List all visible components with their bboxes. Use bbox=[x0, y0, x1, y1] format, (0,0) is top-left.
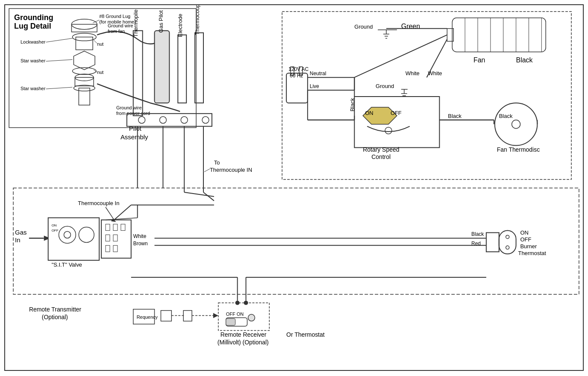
remote-transmitter-label: Remote Transmitter bbox=[29, 306, 82, 313]
svg-line-63 bbox=[204, 169, 210, 172]
ac-label: 120V AC bbox=[288, 66, 309, 72]
off-switch-label: OFF ON bbox=[226, 311, 244, 317]
black-rsc-label: Black bbox=[448, 113, 462, 119]
svg-rect-51 bbox=[155, 31, 170, 103]
ground-wire-power-label: Ground wire bbox=[116, 105, 142, 110]
wiring-diagram: Grounding Lug Detail #8 Ground Lug (for … bbox=[5, 5, 583, 370]
svg-point-105 bbox=[244, 301, 248, 305]
svg-marker-102 bbox=[213, 313, 218, 318]
fan-thermodisc-label: Fan Thermodisc bbox=[497, 146, 540, 153]
svg-point-46 bbox=[495, 103, 538, 146]
grounding-lug-title: Grounding bbox=[14, 13, 53, 22]
white-label: White bbox=[406, 70, 420, 76]
nut-label1: nut bbox=[97, 41, 103, 47]
fan-label: Fan bbox=[473, 56, 485, 64]
valve-on: ON bbox=[52, 223, 57, 227]
neutral-label: Neutral bbox=[310, 70, 326, 76]
ground-wire-fan-label: Ground wire bbox=[108, 23, 133, 28]
red-burner-label: Red bbox=[471, 241, 481, 247]
sit-valve-label: "S.I.T" Valve bbox=[52, 261, 82, 268]
thermocouple-label: Thermocouple bbox=[194, 5, 200, 35]
nut-label2: nut bbox=[97, 70, 103, 75]
svg-point-58 bbox=[202, 117, 209, 123]
thermostat-label: Thermostat bbox=[518, 250, 547, 256]
brown-wire-label: Brown bbox=[133, 241, 148, 247]
svg-rect-43 bbox=[354, 97, 439, 147]
star-washer1-label: Star washer bbox=[21, 58, 46, 63]
pilot-assembly-label: Pilot bbox=[129, 125, 142, 132]
grounding-lug-title2: Lug Detail bbox=[14, 22, 51, 30]
white-wire-label: White bbox=[133, 233, 147, 239]
svg-rect-17 bbox=[282, 12, 571, 179]
star-washer2-label: Star washer bbox=[21, 86, 46, 91]
ground-top-label: Ground bbox=[354, 24, 373, 30]
off-burner-label: OFF bbox=[520, 236, 532, 243]
svg-rect-100 bbox=[183, 311, 192, 321]
to-thermocouple-label2: Thermocouple IN bbox=[210, 167, 252, 173]
burner-label: Burner bbox=[520, 243, 537, 250]
hz-label: 60 Hz bbox=[290, 73, 303, 79]
main-diagram-container: Grounding Lug Detail #8 Ground Lug (for … bbox=[4, 4, 584, 371]
ground-lug-label: #8 Ground Lug bbox=[99, 14, 130, 19]
off-label: OFF bbox=[391, 110, 402, 116]
black-fan-label: Black bbox=[516, 56, 533, 64]
black-thermo-label: Black bbox=[499, 113, 513, 119]
ground-mid-label: Ground bbox=[376, 83, 394, 89]
white-fan-label: White bbox=[428, 70, 442, 76]
ground-wire-fan-label2: from fan bbox=[108, 29, 125, 34]
gas-in-label: Gas bbox=[15, 229, 26, 236]
valve-off: OFF bbox=[52, 229, 59, 232]
to-thermocouple-label: To bbox=[214, 159, 220, 166]
svg-point-108 bbox=[248, 314, 255, 321]
svg-point-104 bbox=[235, 301, 240, 305]
remote-tx-freq: Requency bbox=[137, 314, 158, 320]
remote-receiver-label: Remote Receiver bbox=[220, 331, 267, 338]
remote-receiver-optional: (Millivolt) (Optional) bbox=[218, 339, 269, 346]
thermopile-label: Thermopile bbox=[132, 9, 139, 37]
lockwasher-label: Lockwasher bbox=[21, 39, 46, 44]
live-label: Live bbox=[310, 83, 319, 89]
black-burner-label: Black bbox=[471, 231, 484, 237]
electrode-label: Electrode bbox=[177, 14, 183, 37]
rotary-speed-label: Rotary Speed bbox=[363, 146, 399, 153]
pilot-assembly-label2: Assembly bbox=[121, 133, 148, 141]
rotary-control-label: Control bbox=[371, 153, 391, 160]
remote-transmitter-optional: (Optional) bbox=[42, 314, 68, 320]
thermocouple-in-label: Thermocouple In bbox=[78, 200, 119, 206]
gas-in-label2: In bbox=[15, 236, 20, 244]
or-thermostat-label: Or Thermostat bbox=[286, 331, 325, 338]
gas-pilot-label: Gas Pilot bbox=[158, 10, 164, 33]
svg-rect-107 bbox=[226, 319, 235, 326]
svg-rect-98 bbox=[161, 311, 171, 321]
on-burner-label: ON bbox=[520, 229, 529, 236]
on-label: ON bbox=[365, 110, 373, 116]
